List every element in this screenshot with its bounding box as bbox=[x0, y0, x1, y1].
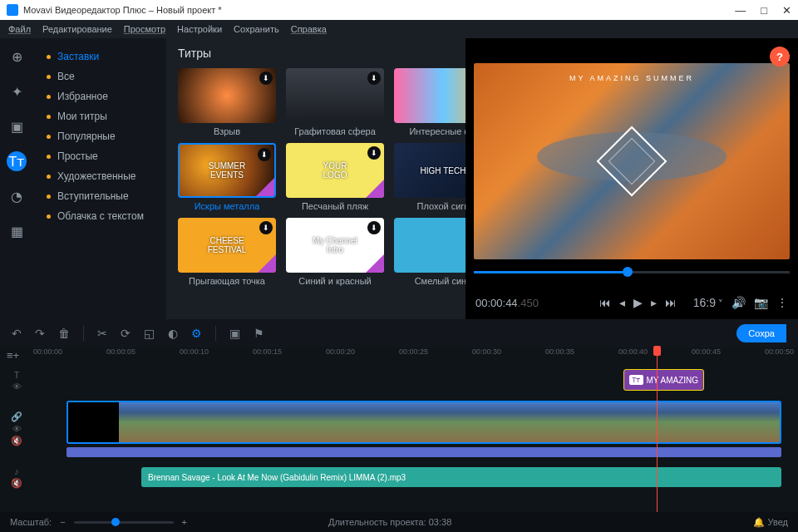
sidebar-item-label: Популярные bbox=[57, 131, 116, 142]
color-icon[interactable]: ◐ bbox=[168, 327, 178, 340]
sidebar-item-7[interactable]: Вступительные bbox=[33, 186, 166, 206]
ruler-tick: 00:00:10 bbox=[180, 347, 209, 356]
preview-video[interactable]: MY AMAZING SUMMER bbox=[474, 63, 790, 259]
transition-wiz-icon[interactable]: ▣ bbox=[229, 327, 240, 340]
download-icon[interactable]: ⬇ bbox=[367, 146, 381, 160]
sidebar-item-label: Простые bbox=[57, 150, 98, 162]
menu-settings[interactable]: Настройки bbox=[177, 24, 222, 34]
skip-end-icon[interactable]: ⏭ bbox=[665, 296, 677, 309]
snapshot-icon[interactable]: 📷 bbox=[754, 296, 768, 309]
help-button[interactable]: ? bbox=[770, 47, 790, 66]
sidebar-item-5[interactable]: Простые bbox=[33, 146, 166, 166]
mute-icon[interactable]: 🔇 bbox=[11, 478, 22, 489]
export-button[interactable]: Сохра bbox=[736, 324, 786, 342]
download-icon[interactable]: ⬇ bbox=[367, 221, 381, 234]
sidebar-item-1[interactable]: Все bbox=[33, 66, 166, 86]
title-thumb-6[interactable]: CHEESE FESTIVAL⬇ bbox=[178, 218, 276, 273]
menu-file[interactable]: Файл bbox=[8, 24, 31, 34]
minimize-button[interactable]: — bbox=[735, 4, 746, 17]
new-badge bbox=[365, 179, 384, 198]
title-thumb-1[interactable]: ⬇ bbox=[286, 68, 384, 123]
sidebar-item-6[interactable]: Художественные bbox=[33, 166, 166, 186]
sidebar-item-label: Заставки bbox=[57, 51, 99, 62]
crop-icon[interactable]: ◱ bbox=[144, 327, 155, 340]
frame-back-icon[interactable]: ◂ bbox=[619, 296, 625, 309]
cut-icon[interactable]: ✂ bbox=[97, 327, 107, 340]
more-icon[interactable]: ▦ bbox=[7, 221, 27, 241]
zoom-in-button[interactable]: + bbox=[182, 517, 187, 527]
close-button[interactable]: ✕ bbox=[782, 4, 791, 17]
panel-heading: Титры bbox=[178, 47, 454, 60]
rotate-icon[interactable]: ⟳ bbox=[121, 327, 131, 340]
tool-rail: ⊕ ✦ ▣ Tᴛ ◔ ▦ bbox=[0, 38, 33, 319]
visibility-icon[interactable]: 👁 bbox=[12, 424, 22, 434]
ruler-tick: 00:00:45 bbox=[692, 347, 721, 356]
menu-edit[interactable]: Редактирование bbox=[42, 24, 112, 34]
zoom-out-button[interactable]: − bbox=[60, 517, 65, 527]
redo-icon[interactable]: ↷ bbox=[35, 327, 45, 340]
sidebar-item-label: Вступительные bbox=[57, 190, 129, 202]
video-clip[interactable] bbox=[66, 401, 781, 444]
download-icon[interactable]: ⬇ bbox=[367, 71, 381, 85]
aspect-ratio[interactable]: 16:9 ˅ bbox=[693, 296, 723, 309]
maximize-button[interactable]: □ bbox=[761, 4, 767, 17]
notifications[interactable]: 🔔Увед bbox=[753, 517, 788, 528]
title-thumb-0[interactable]: ⬇ bbox=[178, 68, 276, 123]
title-thumb-8[interactable]: ⬇ bbox=[394, 218, 466, 273]
titles-panel: Титры ⬇Взрыв⬇Графитовая сфера⬇Интересные… bbox=[166, 38, 466, 319]
sidebar-item-3[interactable]: Мои титры bbox=[33, 106, 166, 126]
zoom-slider[interactable] bbox=[74, 521, 174, 524]
attached-audio[interactable] bbox=[66, 447, 781, 457]
sidebar-item-0[interactable]: Заставки bbox=[33, 47, 166, 66]
download-icon[interactable]: ⬇ bbox=[258, 148, 271, 161]
music-clip[interactable]: Brennan Savage - Look At Me Now (Gabidul… bbox=[141, 467, 781, 487]
app-icon bbox=[7, 4, 18, 16]
zoom-label: Масштаб: bbox=[10, 517, 52, 527]
menu-view[interactable]: Просмотр bbox=[124, 24, 165, 34]
bell-icon: 🔔 bbox=[753, 517, 765, 528]
undo-icon[interactable]: ↶ bbox=[12, 327, 22, 340]
sidebar-item-label: Все bbox=[57, 71, 75, 82]
title-thumb-7[interactable]: My Channel Intro⬇ bbox=[286, 218, 384, 273]
title-thumb-2[interactable]: ⬇ bbox=[394, 68, 466, 123]
transitions-icon[interactable]: ▣ bbox=[7, 116, 27, 136]
title-thumb-5[interactable]: HIGH TECH⬇ bbox=[394, 143, 466, 198]
time-ruler[interactable]: 00:00:0000:00:0500:00:1000:00:1500:00:20… bbox=[0, 347, 798, 364]
playhead[interactable] bbox=[657, 347, 658, 512]
stickers-icon[interactable]: ◔ bbox=[7, 186, 27, 206]
audio-track: ♪🔇 Brennan Savage - Look At Me Now (Gabi… bbox=[0, 461, 798, 494]
import-icon[interactable]: ⊕ bbox=[7, 47, 27, 66]
adjust-icon[interactable]: ⚙ bbox=[191, 327, 202, 340]
download-icon[interactable]: ⬇ bbox=[259, 221, 273, 234]
frame-fwd-icon[interactable]: ▸ bbox=[651, 296, 657, 309]
play-icon[interactable]: ▶ bbox=[633, 296, 643, 309]
thumb-label: Прыгающая точка bbox=[189, 276, 265, 286]
menubar: Файл Редактирование Просмотр Настройки С… bbox=[0, 20, 798, 38]
title-thumb-3[interactable]: SUMMER EVENTS⬇ bbox=[178, 143, 276, 198]
title-thumb-4[interactable]: YOUR LOGO⬇ bbox=[286, 143, 384, 198]
link-icon[interactable]: 🔗 bbox=[11, 411, 22, 422]
diamond-icon bbox=[597, 126, 667, 197]
delete-icon[interactable]: 🗑 bbox=[58, 327, 70, 340]
download-icon[interactable]: ⬇ bbox=[259, 71, 273, 85]
skip-start-icon[interactable]: ⏮ bbox=[599, 296, 611, 309]
sidebar-item-label: Мои титры bbox=[57, 111, 107, 122]
menu-help[interactable]: Справка bbox=[291, 24, 327, 34]
sidebar-item-4[interactable]: Популярные bbox=[33, 126, 166, 146]
ruler-tick: 00:00:35 bbox=[545, 347, 574, 356]
preview-scrubber[interactable] bbox=[474, 264, 790, 281]
marker-icon[interactable]: ⚑ bbox=[254, 327, 264, 340]
sidebar-item-2[interactable]: Избранное bbox=[33, 86, 166, 106]
menu-save[interactable]: Сохранить bbox=[234, 24, 279, 34]
visibility-icon[interactable]: 👁 bbox=[12, 382, 22, 392]
preview-more-icon[interactable]: ⋮ bbox=[776, 296, 788, 309]
ruler-tick: 00:00:15 bbox=[253, 347, 282, 356]
volume-icon[interactable]: 🔊 bbox=[732, 296, 746, 309]
mute-icon[interactable]: 🔇 bbox=[11, 436, 22, 446]
new-badge bbox=[255, 177, 275, 197]
title-clip[interactable]: TᴛMY AMAZING bbox=[623, 369, 704, 391]
filters-icon[interactable]: ✦ bbox=[7, 81, 27, 101]
titles-icon[interactable]: Tᴛ bbox=[7, 151, 27, 171]
timeline: ≡+ 00:00:0000:00:0500:00:1000:00:1500:00… bbox=[0, 347, 798, 512]
sidebar-item-8[interactable]: Облачка с текстом bbox=[33, 206, 166, 226]
